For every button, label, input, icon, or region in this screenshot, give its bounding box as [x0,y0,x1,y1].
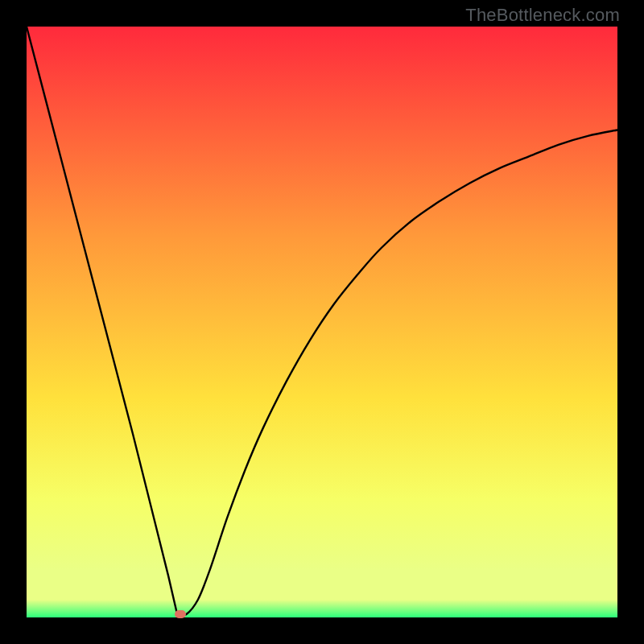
bottleneck-curve [27,27,617,617]
chart-frame: TheBottleneck.com [0,0,644,644]
optimal-point-marker [175,610,186,618]
plot-area [27,27,617,617]
attribution-watermark: TheBottleneck.com [465,5,620,26]
bottleneck-curve-path [27,27,617,616]
